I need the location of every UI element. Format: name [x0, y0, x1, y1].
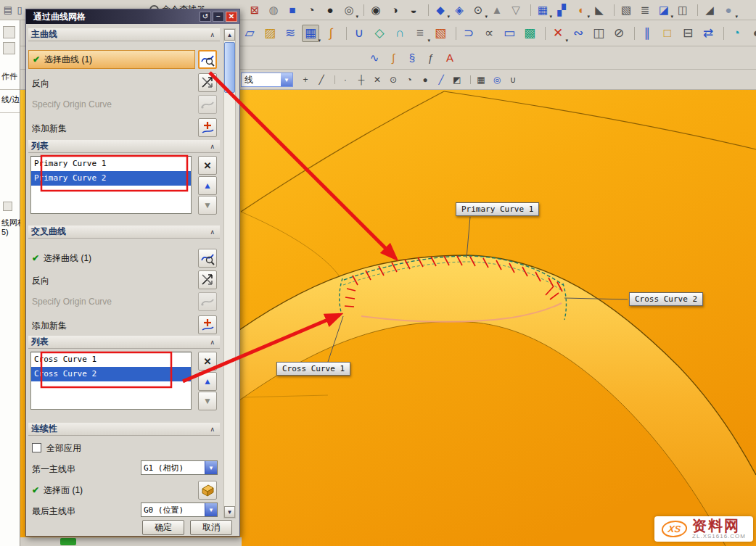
primary-curve-list[interactable]: Primary Curve 1 Primary Curve 2 — [30, 156, 192, 214]
through-curve-mesh-icon[interactable]: ▦▾ — [302, 25, 319, 42]
cross-curves-header[interactable]: 交叉曲线 ∧ — [28, 226, 220, 239]
primary-list-header[interactable]: 列表 ∧ — [28, 140, 220, 153]
chamfer-icon[interactable]: ◣ — [591, 2, 607, 18]
primary-select-curve-row[interactable]: ✔ 选择曲线 (1) — [28, 50, 195, 69]
extension-surface-icon[interactable]: ⊃ — [460, 25, 477, 42]
scroll-down-icon[interactable]: ▼ — [224, 506, 235, 518]
sphere-icon[interactable]: ◍ — [266, 2, 282, 18]
dropdown-caret-icon[interactable]: ▾ — [587, 14, 590, 20]
n-sided-surface-icon[interactable]: ◇ — [371, 25, 388, 42]
dropdown-caret-icon[interactable]: ▾ — [356, 14, 358, 20]
taskbar-button-fragment[interactable] — [60, 538, 76, 545]
dialog-minimize-icon[interactable]: − — [213, 12, 224, 22]
primary-curve-item-2[interactable]: Primary Curve 2 — [31, 171, 191, 186]
cross-list-remove-button[interactable]: ✕ — [198, 352, 217, 371]
arc-center-snap-icon[interactable]: ⊙ — [387, 73, 400, 86]
cross-add-set-button[interactable] — [198, 315, 217, 334]
dialog-scrollbar[interactable]: ▲ ▼ — [223, 28, 236, 518]
resource-tab-icon[interactable] — [3, 26, 15, 38]
pocket-icon[interactable]: ▽ — [508, 2, 524, 18]
block-icon[interactable]: ■ — [284, 2, 300, 18]
text-curve-icon[interactable]: A — [442, 50, 458, 66]
boolean-icon[interactable]: ◔ — [303, 2, 319, 18]
collapse-chevron-icon[interactable]: ∧ — [208, 143, 217, 150]
cross-select-curve-row[interactable]: ✔ 选择曲线 (1) — [28, 249, 195, 268]
cross-curve-1-tag[interactable]: Cross Curve 1 — [276, 362, 350, 376]
surface-analysis-icon[interactable]: ◔ — [728, 25, 745, 42]
collapse-chevron-icon[interactable]: ∧ — [208, 426, 217, 433]
cross-curve-select-button[interactable] — [198, 249, 217, 268]
primary-curve-1-tag[interactable]: Primary Curve 1 — [456, 202, 539, 216]
delete-edge-icon[interactable]: ⊟ — [679, 25, 697, 42]
studio-surface-icon[interactable]: ∩ — [391, 25, 408, 42]
edge-blend-icon[interactable]: ◖▾ — [572, 2, 588, 18]
primary-curve-select-button[interactable] — [198, 50, 217, 69]
law-curve-icon[interactable]: ƒ — [423, 50, 439, 66]
grid-snap-icon[interactable]: ▦ — [474, 73, 488, 86]
combo-dropdown-icon[interactable]: ▼ — [281, 73, 292, 86]
reflection-analysis-icon[interactable]: ◐ — [748, 25, 756, 42]
dialog-close-icon[interactable]: ✕ — [226, 12, 237, 22]
match-edge-icon[interactable]: ⇄ — [699, 25, 717, 42]
unite-icon[interactable]: ◉ — [368, 2, 384, 18]
dropdown-caret-icon[interactable]: ▾ — [318, 38, 321, 44]
quadrant-snap-icon[interactable]: ◔ — [403, 73, 416, 86]
cross-reverse-button[interactable] — [198, 270, 217, 289]
untrim-icon[interactable]: □ — [659, 25, 676, 42]
primary-list-remove-button[interactable]: ✕ — [198, 156, 217, 175]
primary-list-move-up-button[interactable]: ▲ — [198, 176, 217, 195]
shaded-cylinder-icon[interactable]: ●▾ — [720, 2, 736, 18]
point-on-surface-snap-icon[interactable]: ◩ — [451, 73, 464, 86]
existing-point-snap-icon[interactable]: ● — [419, 73, 432, 86]
dropdown-caret-icon[interactable]: ▾ — [670, 14, 673, 20]
point-on-curve-snap-icon[interactable]: ╱ — [435, 73, 448, 86]
apply-all-checkbox[interactable] — [32, 443, 41, 452]
collapse-chevron-icon[interactable]: ∧ — [208, 228, 217, 236]
cross-list-move-up-button[interactable]: ▲ — [198, 372, 217, 391]
dropdown-caret-icon[interactable]: ▾ — [447, 14, 450, 20]
dropdown-caret-icon[interactable]: ▾ — [427, 38, 430, 44]
select-face-row[interactable]: ✔ 选择面 (1) — [28, 481, 195, 500]
extrude-icon[interactable]: ◆▾ — [432, 2, 448, 18]
curve-on-surface-icon[interactable]: ∫ — [385, 50, 401, 66]
dialog-reset-icon[interactable]: ↺ — [200, 12, 211, 22]
selection-scope-combobox[interactable]: 线 ▼ — [241, 73, 293, 87]
dropdown-caret-icon[interactable]: ▾ — [565, 38, 568, 44]
first-primary-dropdown[interactable]: G1 (相切) ▼ — [141, 460, 218, 475]
cancel-button[interactable]: 取消 — [190, 520, 232, 535]
control-point-snap-icon[interactable]: ┼ — [355, 73, 368, 86]
fill-surface-icon[interactable]: ▩ — [521, 25, 538, 42]
trimmed-sheet-icon[interactable]: ▧ — [432, 25, 449, 42]
i-form-icon[interactable]: ∾ — [570, 25, 587, 42]
primary-add-set-button[interactable] — [198, 118, 217, 137]
cross-list-move-down-button[interactable]: ▼ — [198, 392, 217, 410]
dropdown-caret-icon[interactable]: ▾ — [735, 14, 738, 20]
resource-tab-icon-2[interactable] — [3, 42, 15, 54]
boss-icon[interactable]: ▲ — [489, 2, 505, 18]
shell-icon[interactable]: ▧ — [618, 2, 634, 18]
cross-curve-item-1[interactable]: Cross Curve 1 — [31, 352, 191, 367]
trim-body-icon[interactable]: ◪▾ — [656, 2, 672, 18]
dropdown-arrow-icon[interactable]: ▼ — [205, 461, 217, 474]
enable-snap-icon[interactable]: ◎ — [490, 73, 504, 86]
mid-point-snap-icon[interactable]: ∙ — [339, 73, 352, 86]
scrollbar-thumb[interactable] — [224, 42, 235, 93]
continuity-header[interactable]: 连续性 ∧ — [28, 423, 220, 436]
through-curves-icon[interactable]: ≋ — [282, 25, 299, 42]
feature-node-icon[interactable] — [3, 202, 12, 211]
primary-reverse-button[interactable] — [198, 73, 217, 92]
last-primary-dropdown[interactable]: G0 (位置) ▼ — [141, 502, 218, 517]
draft-icon[interactable]: ◢ — [702, 2, 718, 18]
dropdown-arrow-icon[interactable]: ▼ — [205, 503, 217, 516]
collapse-chevron-icon[interactable]: ∧ — [208, 339, 217, 346]
cross-curve-2-tag[interactable]: Cross Curve 2 — [629, 292, 703, 306]
scroll-up-icon[interactable]: ▲ — [224, 29, 235, 41]
swept-icon[interactable]: ∫ — [322, 25, 340, 42]
subtract-icon[interactable]: ◑ — [387, 2, 403, 18]
studio-spline-icon[interactable]: ∿ — [366, 50, 382, 66]
magnet-icon[interactable]: ∪ — [506, 73, 519, 86]
snap-point-toggle-icon[interactable]: + — [299, 73, 312, 86]
ok-button[interactable]: 确定 — [142, 520, 184, 535]
cylinder-icon[interactable]: ◎▾ — [341, 2, 357, 18]
ruled-surface-icon[interactable]: ▨ — [261, 25, 279, 42]
